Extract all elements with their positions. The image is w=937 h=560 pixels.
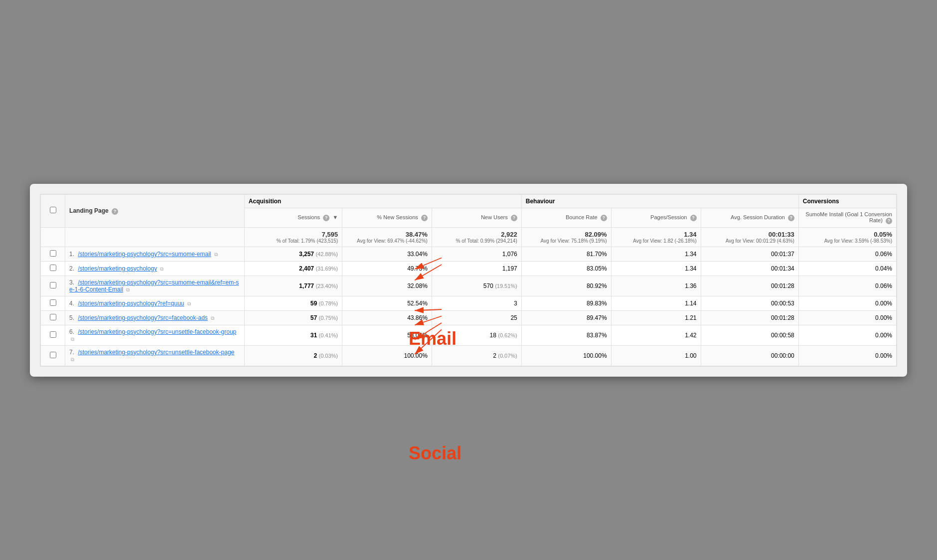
landing-page-link-4[interactable]: /stories/marketing-psychology?src=facebo… <box>78 314 207 321</box>
landing-page-help-icon[interactable]: ? <box>112 208 118 215</box>
social-annotation: Social <box>409 443 462 464</box>
row-checkbox-0[interactable] <box>50 250 56 257</box>
copy-icon-5[interactable]: ⧉ <box>71 336 74 342</box>
conversion-value-4: 0.00% <box>875 314 892 321</box>
landing-page-link-0[interactable]: /stories/marketing-psychology?src=sumome… <box>78 251 211 258</box>
bounce-value-4: 89.47% <box>587 314 607 321</box>
bounce-rate-help-icon[interactable]: ? <box>601 215 607 221</box>
table-row: 7. /stories/marketing-psychology?src=uns… <box>41 345 897 366</box>
row-checkbox-3[interactable] <box>50 299 56 306</box>
totals-new-users-sub: % of Total: 0.99% (294,214) <box>436 238 517 244</box>
row-checkbox-2[interactable] <box>50 282 56 288</box>
pages-value-1: 1.34 <box>685 265 696 272</box>
sessions-help-icon[interactable]: ? <box>323 215 329 221</box>
avg-session-help-icon[interactable]: ? <box>788 215 794 221</box>
totals-row: 7,595 % of Total: 1.79% (423,515) 38.47%… <box>41 227 897 247</box>
landing-page-link-1[interactable]: /stories/marketing-psychology <box>78 265 157 272</box>
copy-icon-2[interactable]: ⧉ <box>126 287 130 292</box>
select-all-checkbox[interactable] <box>50 207 56 213</box>
row-bounce-cell-4: 89.47% <box>521 310 611 325</box>
pages-value-5: 1.42 <box>685 332 696 339</box>
landing-page-link-3[interactable]: /stories/marketing-psychology?ref=quuu <box>78 300 184 307</box>
sessions-value-4: 57 <box>311 314 317 321</box>
totals-conversion-sub: Avg for View: 3.59% (-98.53%) <box>803 238 892 244</box>
new-users-help-icon[interactable]: ? <box>511 215 517 221</box>
avg-session-value-2: 00:01:28 <box>771 282 794 289</box>
behaviour-label: Behaviour <box>526 198 555 205</box>
header-pct-new-sessions: % New Sessions ? <box>342 208 432 227</box>
sessions-pct-1: (31.69%) <box>315 266 338 272</box>
conversion-value-5: 0.00% <box>875 332 892 339</box>
header-new-users: New Users ? <box>432 208 521 227</box>
row-bounce-cell-3: 89.83% <box>521 296 611 310</box>
row-check-cell <box>41 325 65 345</box>
pages-session-help-icon[interactable]: ? <box>690 215 697 221</box>
totals-pct-new-cell: 38.47% Avg for View: 69.47% (-44.62%) <box>342 227 432 247</box>
row-pages-cell-6: 1.00 <box>611 345 701 366</box>
row-conversion-cell-5: 0.00% <box>798 325 896 345</box>
row-sessions-cell-3: 59 (0.78%) <box>244 296 342 310</box>
landing-page-link-5[interactable]: /stories/marketing-psychology?src=unsett… <box>78 328 236 335</box>
table-container: Landing Page ? Acquisition Behaviour Con… <box>40 194 897 367</box>
pct-new-value-6: 100.00% <box>404 352 428 359</box>
row-new-users-cell-3: 3 <box>432 296 521 310</box>
row-conversion-cell-6: 0.00% <box>798 345 896 366</box>
sessions-value-5: 31 <box>311 332 317 339</box>
row-checkbox-5[interactable] <box>50 331 56 338</box>
avg-session-value-4: 00:01:28 <box>771 314 794 321</box>
row-landing-cell: 5. /stories/marketing-psychology?src=fac… <box>65 310 245 325</box>
new-users-value-3: 3 <box>514 300 517 307</box>
avg-session-value-0: 00:01:37 <box>771 251 794 258</box>
row-avg-session-cell-5: 00:00:58 <box>701 325 798 345</box>
bounce-value-5: 83.87% <box>587 332 607 339</box>
row-checkbox-6[interactable] <box>50 352 56 358</box>
landing-page-link-6[interactable]: /stories/marketing-psychology?src=unsett… <box>78 349 234 356</box>
conversion-help-icon[interactable]: ? <box>886 218 892 224</box>
pct-new-value-2: 32.08% <box>407 282 428 289</box>
sessions-pct-6: (0.03%) <box>318 353 338 359</box>
pct-new-value-3: 52.54% <box>407 300 428 307</box>
row-checkbox-1[interactable] <box>50 265 56 271</box>
totals-pages-value: 1.34 <box>616 231 697 238</box>
copy-icon-4[interactable]: ⧉ <box>211 315 214 321</box>
new-users-col-label: New Users <box>481 214 508 220</box>
new-users-pct-2: (19.51%) <box>495 283 517 289</box>
row-pages-cell-1: 1.34 <box>611 261 701 276</box>
row-pct-new-cell-1: 49.73% <box>342 261 432 276</box>
row-sessions-cell-4: 57 (0.75%) <box>244 310 342 325</box>
new-users-value-6: 2 <box>493 352 496 359</box>
row-landing-cell: 7. /stories/marketing-psychology?src=uns… <box>65 345 245 366</box>
row-check-cell <box>41 261 65 276</box>
copy-icon-1[interactable]: ⧉ <box>160 266 163 272</box>
row-bounce-cell-0: 81.70% <box>521 247 611 261</box>
totals-pct-new-value: 38.47% <box>346 231 428 238</box>
pages-session-col-label: Pages/Session <box>650 214 687 220</box>
conversion-value-2: 0.06% <box>875 282 892 289</box>
row-conversion-cell-2: 0.06% <box>798 276 896 296</box>
pct-new-help-icon[interactable]: ? <box>421 215 428 221</box>
totals-bounce-value: 82.09% <box>526 231 607 238</box>
landing-page-link-2[interactable]: /stories/marketing-psychology?src=sumome… <box>69 279 239 293</box>
pct-new-value-1: 49.73% <box>407 265 428 272</box>
pct-new-value-5: 58.06% <box>407 332 428 339</box>
row-new-users-cell-2: 570 (19.51%) <box>432 276 521 296</box>
pages-value-2: 1.36 <box>685 282 696 289</box>
sessions-sort-icon[interactable]: ▼ <box>332 214 338 220</box>
totals-sessions-sub: % of Total: 1.79% (423,515) <box>249 238 338 244</box>
row-avg-session-cell-6: 00:00:00 <box>701 345 798 366</box>
copy-icon-0[interactable]: ⧉ <box>214 252 218 257</box>
header-behaviour-group: Behaviour <box>521 194 798 208</box>
bounce-rate-col-label: Bounce Rate <box>566 214 598 220</box>
row-check-cell <box>41 296 65 310</box>
totals-sessions-cell: 7,595 % of Total: 1.79% (423,515) <box>244 227 342 247</box>
table-row: 3. /stories/marketing-psychology?src=sum… <box>41 276 897 296</box>
row-sessions-cell-5: 31 (0.41%) <box>244 325 342 345</box>
row-checkbox-4[interactable] <box>50 314 56 320</box>
copy-icon-6[interactable]: ⧉ <box>71 357 74 362</box>
row-bounce-cell-5: 83.87% <box>521 325 611 345</box>
totals-new-users-cell: 2,922 % of Total: 0.99% (294,214) <box>432 227 521 247</box>
sessions-value-6: 2 <box>313 352 317 359</box>
row-pct-new-cell-0: 33.04% <box>342 247 432 261</box>
copy-icon-3[interactable]: ⧉ <box>187 301 191 306</box>
new-users-value-1: 1,197 <box>502 265 517 272</box>
